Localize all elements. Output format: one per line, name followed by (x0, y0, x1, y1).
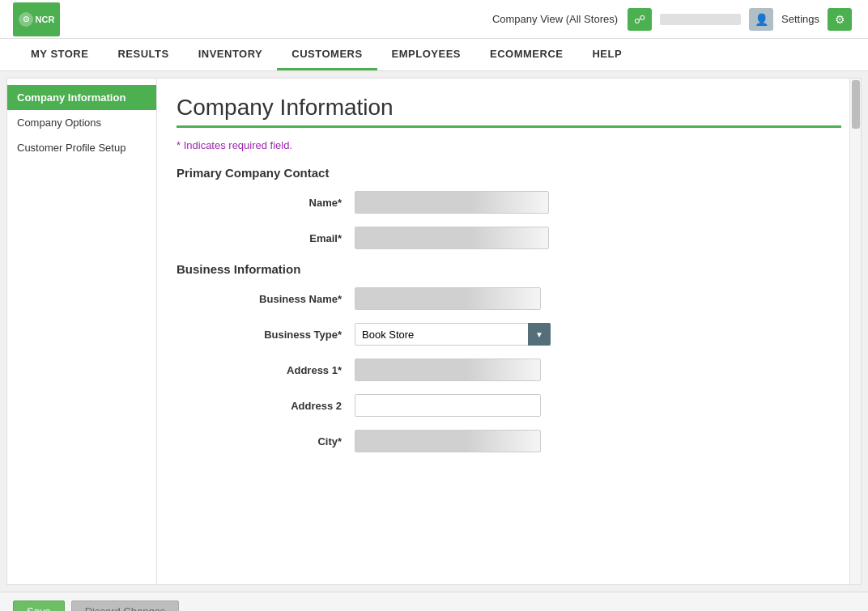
city-row: City* (177, 430, 841, 452)
business-name-label: Business Name* (225, 293, 355, 305)
address2-input[interactable] (355, 394, 541, 417)
nav-item-inventory[interactable]: INVENTORY (184, 40, 278, 70)
sidebar-item-company-information[interactable]: Company Information (7, 85, 156, 110)
page-title: Company Information (177, 95, 841, 121)
city-label: City* (225, 435, 355, 448)
scrollbar-thumb[interactable] (852, 80, 860, 129)
business-type-row: Business Type* Book Store (177, 323, 841, 346)
address1-input[interactable] (355, 359, 541, 381)
bottom-bar: Save Discard Changes (0, 592, 868, 611)
nav-item-mystore[interactable]: MY STORE (16, 40, 103, 70)
user-icon-button[interactable]: 👤 (749, 8, 773, 31)
ncr-logo-icon: ⊙ (19, 12, 33, 27)
section-primary-title: Primary Company Contact (177, 166, 841, 180)
business-type-label: Business Type* (225, 329, 355, 341)
address1-row: Address 1* (177, 359, 841, 381)
top-bar: ⊙ NCR Company View (All Stores) ☍ 👤 Sett… (0, 0, 868, 39)
scrollbar-track[interactable] (849, 78, 861, 584)
ncr-label: NCR (36, 15, 55, 24)
nav-item-employees[interactable]: EMPLOYEES (377, 40, 475, 70)
business-name-row: Business Name* (177, 287, 841, 310)
store-icon-button[interactable]: ☍ (628, 8, 652, 31)
section-business-title: Business Information (177, 262, 841, 276)
nav-bar: MY STORE RESULTS INVENTORY CUSTOMERS EMP… (0, 39, 868, 71)
content-area: Company Information * Indicates required… (157, 78, 861, 584)
main-wrapper: Company Information Company Options Cust… (6, 78, 862, 585)
nav-item-help[interactable]: HELP (577, 40, 636, 70)
nav-item-ecommerce[interactable]: ECOMMERCE (475, 40, 577, 70)
logo: ⊙ NCR (13, 2, 60, 36)
address1-label: Address 1* (225, 364, 355, 376)
company-view-label: Company View (All Stores) (492, 13, 618, 25)
address2-label: Address 2 (225, 400, 355, 412)
email-input[interactable] (355, 227, 549, 249)
nav-item-results[interactable]: RESULTS (103, 40, 183, 70)
business-type-select[interactable]: Book Store (355, 323, 551, 346)
settings-label: Settings (781, 13, 819, 25)
sidebar-item-customer-profile-setup[interactable]: Customer Profile Setup (7, 135, 156, 160)
address2-row: Address 2 (177, 394, 841, 417)
sidebar-item-company-options[interactable]: Company Options (7, 110, 156, 135)
sidebar: Company Information Company Options Cust… (7, 78, 157, 584)
email-label: Email* (225, 232, 355, 244)
name-label: Name* (225, 197, 355, 209)
settings-icon-button[interactable]: ⚙ (828, 8, 852, 31)
save-button[interactable]: Save (13, 600, 65, 611)
city-input[interactable] (355, 430, 541, 452)
business-name-input[interactable] (355, 287, 541, 310)
required-note: * Indicates required field. (177, 139, 841, 151)
discard-button[interactable]: Discard Changes (71, 600, 180, 611)
green-divider (177, 125, 841, 128)
name-row: Name* (177, 191, 841, 214)
name-input[interactable] (355, 191, 549, 214)
nav-item-customers[interactable]: CUSTOMERS (277, 40, 377, 70)
user-name-display (660, 14, 741, 25)
email-row: Email* (177, 227, 841, 249)
business-type-select-wrapper: Book Store (355, 323, 551, 346)
